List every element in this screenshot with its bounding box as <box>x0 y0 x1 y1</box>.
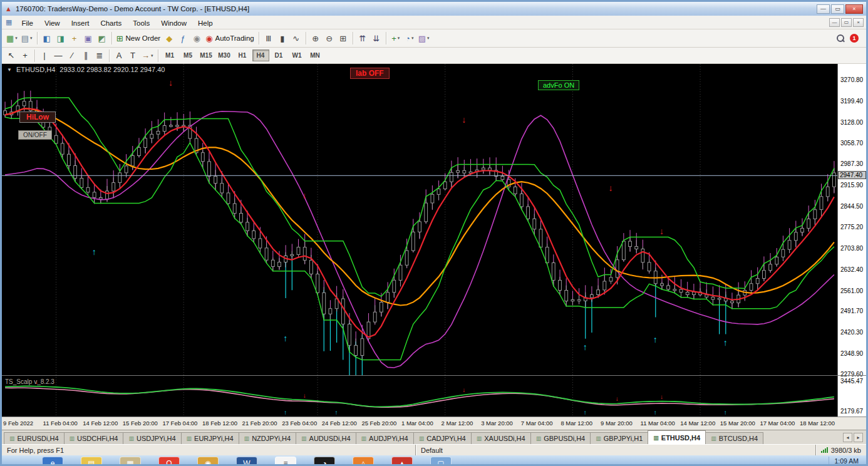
toolbar-data-window-button[interactable]: ◨ <box>54 31 68 45</box>
chart-tab-ethusdh4[interactable]: ▥ETHUSD,H4 <box>648 430 706 444</box>
toolbar-horizontal-line-button[interactable]: — <box>51 49 65 63</box>
opera-icon[interactable]: O <box>158 457 180 464</box>
folder-icon[interactable]: ▤ <box>81 457 102 464</box>
price-scale[interactable]: 3270.803199.403128.003058.702987.302915.… <box>837 64 866 417</box>
menu-tools[interactable]: Tools <box>127 18 155 29</box>
notepad-icon[interactable]: ≡ <box>275 457 296 464</box>
dropdown-caret-icon: ▾ <box>427 36 430 41</box>
media-icon[interactable]: ◔ <box>314 457 335 464</box>
toolbar-strategy-tester-button[interactable]: ◩ <box>95 31 109 45</box>
chart-tab-gbpusdih4[interactable]: ▥GBPUSDi,H4 <box>530 432 591 444</box>
timeframe-m5-button[interactable]: M5 <box>180 49 197 61</box>
timeframe-mn-button[interactable]: MN <box>307 49 324 61</box>
toolbar-line-chart-button[interactable]: ∿ <box>289 31 303 45</box>
toolbar-tile-horizontal-button[interactable]: ⇈ <box>356 31 369 45</box>
chart-tab-usdchfih4[interactable]: ▥USDCHFi,H4 <box>64 432 124 444</box>
menu-charts[interactable]: Charts <box>95 18 127 29</box>
timeframe-h4-button[interactable]: H4 <box>252 49 269 61</box>
hilow-button[interactable]: HiLow <box>19 111 56 123</box>
toolbar-vertical-line-button[interactable]: | <box>38 49 51 63</box>
mdi-restore-button[interactable]: ▭ <box>841 18 852 27</box>
toolbar-sound-button[interactable]: ◉ <box>190 31 204 45</box>
svg-text:↑: ↑ <box>653 334 658 344</box>
menu-insert[interactable]: Insert <box>66 18 95 29</box>
chart-tab-nzdjpyih4[interactable]: ▥NZDJPYi,H4 <box>239 432 296 444</box>
time-axis[interactable]: 9 Feb 202211 Feb 04:0014 Feb 12:0015 Feb… <box>2 417 866 430</box>
toolbar-fibonacci-button[interactable]: ≣ <box>93 49 106 63</box>
chart-tab-usdjpyih4[interactable]: ▥USDJPYi,H4 <box>123 432 181 444</box>
chart-tab-xauusdih4[interactable]: ▥XAUUSDi,H4 <box>471 432 531 444</box>
mdi-minimize-button[interactable]: — <box>829 18 840 27</box>
chart-canvas[interactable]: ↓↓↓↓↓↑↑↑↑↑↓↓↓↓↓↑↑↑↑↑ <box>2 64 837 417</box>
toolbar-metaeditor-button[interactable]: ◆ <box>162 31 176 45</box>
notification-badge[interactable]: 1 <box>850 34 859 43</box>
menu-window[interactable]: Window <box>155 18 192 29</box>
toolbar-periods-button[interactable]: ◔▾ <box>403 31 416 45</box>
lab-off-label[interactable]: lab OFF <box>350 68 390 79</box>
tool-icon[interactable]: △ <box>353 457 374 464</box>
chart-tab-eurjpyih4[interactable]: ▥EURJPYi,H4 <box>181 432 239 444</box>
toolbar-equidistant-channel-button[interactable]: ∥ <box>79 49 93 63</box>
timeframe-m15-button[interactable]: M15 <box>198 49 215 61</box>
toolbar-experts-button[interactable]: ƒ <box>176 31 190 45</box>
minimize-button[interactable]: — <box>817 4 830 14</box>
timeframe-h1-button[interactable]: H1 <box>234 49 251 61</box>
toolbar-separator <box>158 49 158 62</box>
timeframe-m1-button[interactable]: M1 <box>162 49 178 61</box>
onoff-button[interactable]: ON/OFF <box>18 130 52 140</box>
menu-view[interactable]: View <box>39 18 66 29</box>
menu-help[interactable]: Help <box>192 18 219 29</box>
main-toolbar: ▦▾▤▾◧◨+▣◩⊞New Order◆ƒ◉◉AutoTradingⅢ▮∿⊕⊖⊞… <box>2 29 866 48</box>
badge-icon[interactable]: ◉ <box>197 457 219 464</box>
chart-tab-gbpjpyih1[interactable]: ▥GBPJPYi,H1 <box>590 432 648 444</box>
chart-tab-audjpyih4[interactable]: ▥AUDJPYi,H4 <box>356 432 414 444</box>
browser-icon[interactable]: e <box>42 457 63 464</box>
toolbar-zoom-out-button[interactable]: ⊖ <box>323 31 336 45</box>
toolbar-navigator-button[interactable]: + <box>68 31 81 45</box>
toolbar-separator <box>353 32 353 44</box>
menu-file[interactable]: File <box>16 18 39 29</box>
explorer-icon[interactable]: ▢ <box>430 457 452 464</box>
toolbar-text-button[interactable]: A <box>112 49 126 63</box>
tab-scroll-right-button[interactable]: ▸ <box>854 433 863 442</box>
chart-tab-cadjpyih4[interactable]: ▥CADJPYi,H4 <box>413 432 472 444</box>
svg-text:↑: ↑ <box>284 409 287 416</box>
toolbar-trendline-button[interactable]: ∕ <box>65 49 79 63</box>
collapse-triangle-icon[interactable]: ▼ <box>7 67 12 73</box>
toolbar-cursor-button[interactable]: ↖ <box>4 49 18 63</box>
toolbar-arrows-tool-button[interactable]: →▾ <box>140 49 155 63</box>
chart-tab-audusdih4[interactable]: ▥AUDUSDi,H4 <box>296 432 356 444</box>
svg-text:↓: ↓ <box>168 78 173 88</box>
word-icon[interactable]: W <box>236 457 257 464</box>
status-profile[interactable]: Default <box>415 445 778 455</box>
toolbar-tile-windows-button[interactable]: ⊞ <box>336 31 350 45</box>
toolbar-tile-vertical-button[interactable]: ⇊ <box>369 31 383 45</box>
tab-scroll-left-button[interactable]: ◂ <box>843 433 852 442</box>
toolbar-add-indicator-button[interactable]: +▾ <box>389 31 403 45</box>
search-icon[interactable] <box>836 34 845 43</box>
toolbar-new-chart-button[interactable]: ▦▾ <box>4 31 19 45</box>
library-icon[interactable]: ▦ <box>120 457 141 464</box>
timeframe-w1-button[interactable]: W1 <box>289 49 306 61</box>
toolbar-zoom-in-button[interactable]: ⊕ <box>309 31 323 45</box>
toolbar-bar-chart-button[interactable]: Ⅲ <box>262 31 276 45</box>
mt4-icon[interactable]: ▲ <box>391 457 413 464</box>
toolbar-market-watch-button[interactable]: ◧ <box>40 31 54 45</box>
toolbar-crosshair-button[interactable]: + <box>18 49 32 63</box>
close-button[interactable]: × <box>845 4 863 14</box>
timeframe-d1-button[interactable]: D1 <box>271 49 287 61</box>
toolbar-templates-button[interactable]: ▨▾ <box>416 31 431 45</box>
chart-tab-eurusdih4[interactable]: ▥EURUSDi,H4 <box>4 432 65 444</box>
toolbar-text-label-button[interactable]: T <box>126 49 140 63</box>
toolbar-autotrading-button[interactable]: ◉AutoTrading <box>204 31 256 45</box>
toolbar-profiles-button[interactable]: ▤▾ <box>19 31 34 45</box>
toolbar-new-order-button[interactable]: ⊞New Order <box>115 31 163 45</box>
chart-plot[interactable]: ↓↓↓↓↓↑↑↑↑↑↓↓↓↓↓↑↑↑↑↑ ▼ ETHUSD,H4 2933.02… <box>2 64 837 417</box>
timeframe-m30-button[interactable]: M30 <box>216 49 233 61</box>
chart-tab-btcusdh4[interactable]: ▥BTCUSD,H4 <box>705 432 763 444</box>
toolbar-terminal-button[interactable]: ▣ <box>81 31 95 45</box>
toolbar-candlestick-chart-button[interactable]: ▮ <box>276 31 289 45</box>
restore-button[interactable]: ▭ <box>831 4 844 14</box>
mdi-close-button[interactable]: × <box>853 18 864 27</box>
advfo-on-label[interactable]: advFo ON <box>538 80 579 90</box>
